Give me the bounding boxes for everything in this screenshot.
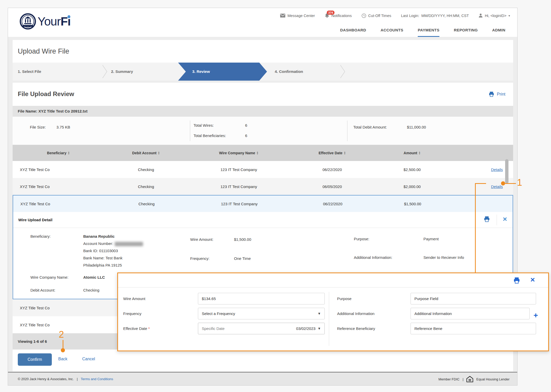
yourfi-logo[interactable]: YourFı <box>20 13 71 30</box>
file-summary: File Size: 3.75 KB Total Wires: 6 Total … <box>13 117 513 145</box>
column-header-wire-company[interactable]: Wire Company Name ▲▼ <box>188 151 290 155</box>
wire-amount-value: $1,500.00 <box>234 237 251 242</box>
sort-icon: ▲▼ <box>68 151 70 155</box>
cancel-button[interactable]: Cancel <box>82 357 95 361</box>
file-size-value: 3.75 KB <box>56 125 70 129</box>
printer-icon[interactable] <box>513 277 520 284</box>
nav-dashboard[interactable]: DASHBOARD <box>340 28 366 37</box>
last-login: Last Login: MM/DD/YYYY, HH:MM, CST <box>401 14 469 18</box>
reference-beneficiary-input[interactable]: Reference Bene <box>411 323 536 334</box>
cell-debit-account: Checking <box>104 184 188 189</box>
wire-amount-input[interactable]: $134.65 <box>198 293 325 304</box>
sort-icon: ▲▼ <box>344 151 346 155</box>
notification-badge: 374 <box>327 11 335 15</box>
footer-divider: | <box>463 377 463 381</box>
add-icon[interactable]: + <box>533 311 538 320</box>
table-row: XYZ Title Test Co Checking 123 IT Test C… <box>13 161 513 178</box>
step-confirmation[interactable]: 4. Confirmation <box>275 63 303 81</box>
cell-effective-date: 06/22/2020 <box>290 167 375 172</box>
cell-effective-date: 06/05/2020 <box>290 184 375 189</box>
nav-payments[interactable]: PAYMENTS <box>418 28 439 37</box>
review-title: File Upload Review <box>18 90 74 98</box>
printer-icon <box>489 91 494 97</box>
top-header: YourFı Message Center 374 Notifications <box>8 8 517 37</box>
table-scrollbar[interactable] <box>505 159 508 184</box>
popup-divider <box>118 287 548 287</box>
clock-icon <box>362 13 366 18</box>
close-icon[interactable]: × <box>503 215 507 223</box>
bank-name: Bank Name: Test Bank <box>83 256 122 260</box>
terms-and-conditions-link[interactable]: Terms and Conditions <box>81 377 113 381</box>
cell-debit-account: Checking <box>105 202 188 206</box>
details-link-annotated[interactable]: Details <box>491 184 503 189</box>
total-debit-label: Total Debit Amount: <box>353 125 387 129</box>
nav-reporting[interactable]: REPORTING <box>454 28 478 37</box>
column-header-effective-date[interactable]: Effective Date ▲▼ <box>290 151 375 155</box>
user-greeting: Hi, <loginID> <box>485 14 506 18</box>
cutoff-times-link[interactable]: Cut-Off Times <box>362 13 391 18</box>
message-center-link[interactable]: Message Center <box>280 14 315 18</box>
purpose-input[interactable]: Purpose Field <box>411 293 536 304</box>
table-row: XYZ Title Test Co Checking 123 IT Test C… <box>13 178 513 195</box>
details-link[interactable]: Details <box>491 167 503 172</box>
cell-amount: $2,500.00 <box>375 167 449 172</box>
summary-divider <box>347 121 347 141</box>
total-beneficiaries-label: Total Beneficiaries: <box>194 133 226 138</box>
equal-housing-text: Equal Housing Lender <box>476 377 510 381</box>
last-login-label: Last Login: <box>401 14 419 18</box>
message-center-label: Message Center <box>287 14 315 18</box>
copyright-text: © 2020 Jack Henry & Associates, Inc. <box>18 377 74 381</box>
frequency-field-label: Frequency <box>123 311 141 316</box>
popup-column-divider <box>329 292 329 346</box>
user-menu[interactable]: Hi, <loginID> ▾ <box>479 13 510 18</box>
confirm-button[interactable]: Confirm <box>18 353 52 366</box>
step-select-file[interactable]: 1. Select File <box>18 63 41 81</box>
column-header-amount[interactable]: Amount ▲▼ <box>375 151 449 155</box>
nav-accounts[interactable]: ACCOUNTS <box>381 28 403 37</box>
step-review-active[interactable]: 3. Review <box>178 63 267 81</box>
effective-date-picker[interactable]: Specific Date 03/02/2023▼ <box>198 323 325 334</box>
column-header-debit-account[interactable]: Debit Account ▲▼ <box>104 151 188 155</box>
back-button[interactable]: Back <box>58 357 68 361</box>
review-header: File Upload Review Print <box>13 83 513 106</box>
wire-amount-field-label: Wire Amount <box>123 296 145 301</box>
annotation-1-line-right <box>505 183 516 184</box>
cell-beneficiary: XYZ Title Test Co <box>13 167 104 172</box>
debit-account-value: Checking <box>83 288 99 292</box>
beneficiary-name: Banana Republic <box>83 234 115 238</box>
frequency-label: Frequency: <box>190 256 210 261</box>
total-wires-label: Total Wires: <box>194 123 214 127</box>
additional-info-input[interactable]: Additional Information <box>411 308 530 319</box>
print-button[interactable]: Print <box>489 91 505 97</box>
footer-left: © 2020 Jack Henry & Associates, Inc. | T… <box>18 377 113 381</box>
summary-divider <box>190 121 190 141</box>
annotation-1-label: 1 <box>517 177 522 188</box>
cell-beneficiary: XYZ Title Test Co <box>13 184 104 189</box>
annotation-1-dot <box>501 181 505 185</box>
column-header-beneficiary[interactable]: Beneficiary ▲▼ <box>13 151 104 155</box>
notifications-link[interactable]: 374 Notifications <box>325 13 352 18</box>
close-icon[interactable]: × <box>530 275 535 284</box>
cell-effective-date: 06/22/2020 <box>290 202 375 206</box>
icon-divider <box>497 215 497 225</box>
cutoff-times-label: Cut-Off Times <box>368 14 391 18</box>
chevron-separator-icon <box>102 65 108 79</box>
purpose-field-label: Purpose <box>337 296 352 301</box>
cell-beneficiary: XYZ Title Test Co <box>13 323 104 327</box>
wire-edit-popup: × Wire Amount $134.65 Frequency Select a… <box>117 272 549 351</box>
cell-beneficiary: XYZ Title Test Co <box>13 202 105 206</box>
annotation-1-line-left <box>475 183 486 184</box>
file-size-label: File Size: <box>30 125 46 129</box>
logo-text: YourFı <box>38 14 71 28</box>
app-footer: © 2020 Jack Henry & Associates, Inc. | T… <box>8 372 517 385</box>
file-name-value: XYZ Title Test Co 20912.txt <box>38 109 87 113</box>
cell-beneficiary: XYZ Title Test Co <box>13 306 104 310</box>
last-login-value: MM/DD/YYYY, HH:MM, CST <box>421 14 469 18</box>
cell-amount: $2,000.00 <box>375 184 449 189</box>
printer-icon[interactable] <box>484 216 490 222</box>
frequency-select[interactable]: Select a Frequency ▼ <box>198 308 325 319</box>
frequency-value: One Time <box>234 256 251 261</box>
step-summary[interactable]: 2. Summary <box>111 63 133 81</box>
wire-amount-label: Wire Amount: <box>190 237 213 242</box>
nav-admin[interactable]: ADMIN <box>492 28 505 37</box>
